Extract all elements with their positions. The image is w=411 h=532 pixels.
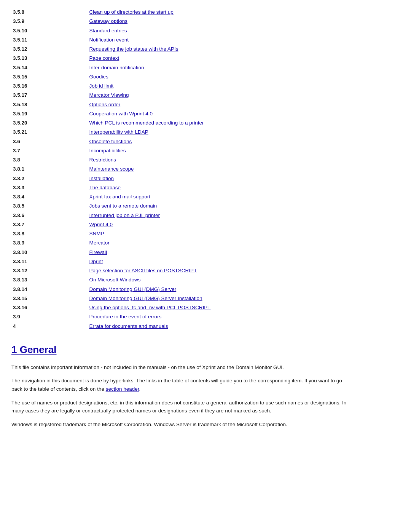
toc-link[interactable]: Dprint	[89, 259, 103, 264]
toc-row: 3.5.13Page context	[11, 54, 400, 63]
toc-number: 3.9	[11, 312, 88, 321]
toc-link[interactable]: Clean up of directories at the start up	[89, 9, 173, 15]
toc-link[interactable]: Job id limit	[89, 83, 113, 89]
toc-link[interactable]: On Microsoft Windows	[89, 277, 140, 283]
toc-number: 3.8.2	[11, 174, 88, 183]
toc-row: 4Errata for documents and manuals	[11, 322, 400, 331]
toc-label: Inter-domain notification	[88, 63, 400, 72]
toc-label: Firewall	[88, 248, 400, 257]
toc-link[interactable]: Domain Monitoring GUI (DMG) Server	[89, 286, 176, 292]
toc-link[interactable]: Xprint fax and mail support	[89, 194, 150, 200]
toc-number: 3.8.13	[11, 275, 88, 284]
toc-number: 3.5.21	[11, 128, 88, 137]
toc-link[interactable]: The database	[89, 185, 121, 190]
toc-row: 3.8.14Domain Monitoring GUI (DMG) Server	[11, 285, 400, 294]
toc-number: 4	[11, 322, 88, 331]
toc-number: 3.5.10	[11, 26, 88, 35]
toc-row: 3.8.8SNMP	[11, 229, 400, 238]
toc-container: 3.5.8Clean up of directories at the star…	[11, 8, 400, 331]
toc-number: 3.5.20	[11, 118, 88, 128]
toc-row: 3.5.15Goodies	[11, 72, 400, 81]
toc-number: 3.8.4	[11, 192, 88, 201]
toc-number: 3.8.5	[11, 201, 88, 211]
toc-link[interactable]: Mercator	[89, 240, 109, 246]
toc-label: Job id limit	[88, 81, 400, 91]
toc-link[interactable]: Obsolete functions	[89, 139, 132, 144]
toc-row: 3.5.14Inter-domain notification	[11, 63, 400, 72]
toc-table: 3.5.8Clean up of directories at the star…	[11, 8, 400, 331]
toc-link[interactable]: Goodies	[89, 74, 108, 80]
general-section-header: 1 General	[11, 342, 400, 357]
toc-number: 3.8.3	[11, 183, 88, 192]
toc-number: 3.5.11	[11, 35, 88, 45]
toc-label: Xprint fax and mail support	[88, 192, 400, 201]
toc-link[interactable]: Options order	[89, 102, 120, 107]
toc-label: Page selection for ASCII files on POSTSC…	[88, 266, 400, 275]
toc-label: Domain Monitoring GUI (DMG) Server	[88, 285, 400, 294]
toc-number: 3.8.8	[11, 229, 88, 238]
toc-row: 3.5.12Requesting the job states with the…	[11, 45, 400, 54]
toc-link[interactable]: Standard entries	[89, 28, 127, 34]
toc-row: 3.5.10Standard entries	[11, 26, 400, 35]
toc-row: 3.8.5Jobs sent to a remote domain	[11, 201, 400, 211]
toc-label: Notification event	[88, 35, 400, 45]
toc-label: Obsolete functions	[88, 137, 400, 146]
toc-link[interactable]: Page selection for ASCII files on POSTSC…	[89, 268, 197, 273]
toc-label: Which PCL is recommended according to a …	[88, 118, 400, 128]
toc-number: 3.8.10	[11, 248, 88, 257]
toc-link[interactable]: Incompatibilities	[89, 148, 126, 153]
toc-link[interactable]: Maintenance scope	[89, 166, 134, 172]
toc-link[interactable]: Domain Monitoring GUI (DMG) Server Insta…	[89, 296, 202, 301]
toc-row: 3.5.21Interoperability with LDAP	[11, 128, 400, 137]
toc-label: On Microsoft Windows	[88, 275, 400, 284]
toc-label: Standard entries	[88, 26, 400, 35]
toc-number: 3.8.14	[11, 285, 88, 294]
toc-link[interactable]: Interoperability with LDAP	[89, 129, 148, 135]
toc-link[interactable]: Notification event	[89, 37, 129, 43]
toc-link[interactable]: Gateway options	[89, 18, 127, 24]
toc-link[interactable]: Requesting the job states with the APIs	[89, 46, 178, 52]
general-para-3: The use of names or product designations…	[11, 399, 354, 415]
toc-label: Requesting the job states with the APIs	[88, 45, 400, 54]
toc-row: 3.8.11Dprint	[11, 257, 400, 266]
toc-row: 3.5.8Clean up of directories at the star…	[11, 8, 400, 17]
toc-label: SNMP	[88, 229, 400, 238]
toc-label: Installation	[88, 174, 400, 183]
toc-row: 3.5.9Gateway options	[11, 17, 400, 26]
toc-link[interactable]: Using the options -fc and -rw with PCL P…	[89, 305, 210, 310]
toc-number: 3.7	[11, 146, 88, 155]
toc-row: 3.9Procedure in the event of errors	[11, 312, 400, 321]
toc-link[interactable]: Firewall	[89, 249, 107, 255]
toc-label: The database	[88, 183, 400, 192]
general-section-link[interactable]: 1 General	[11, 344, 57, 355]
toc-label: Dprint	[88, 257, 400, 266]
toc-label: Interrupted job on a PJL printer	[88, 211, 400, 220]
toc-link[interactable]: Installation	[89, 176, 114, 181]
toc-link[interactable]: SNMP	[89, 231, 104, 236]
toc-link[interactable]: Mercator Viewing	[89, 92, 129, 98]
toc-link[interactable]: Procedure in the event of errors	[89, 314, 161, 320]
toc-link[interactable]: Restrictions	[89, 157, 116, 163]
toc-label: Wprint 4.0	[88, 220, 400, 229]
toc-label: Clean up of directories at the start up	[88, 8, 400, 17]
toc-label: Using the options -fc and -rw with PCL P…	[88, 303, 400, 312]
toc-link[interactable]: Inter-domain notification	[89, 65, 144, 70]
toc-row: 3.8.4Xprint fax and mail support	[11, 192, 400, 201]
toc-row: 3.5.11Notification event	[11, 35, 400, 45]
toc-number: 3.8.6	[11, 211, 88, 220]
toc-row: 3.8.7Wprint 4.0	[11, 220, 400, 229]
section-header-link[interactable]: section header	[106, 386, 139, 392]
toc-link[interactable]: Which PCL is recommended according to a …	[89, 120, 204, 126]
toc-link[interactable]: Page context	[89, 55, 119, 61]
toc-number: 3.8.16	[11, 303, 88, 312]
toc-link[interactable]: Jobs sent to a remote domain	[89, 203, 157, 209]
toc-link[interactable]: Errata for documents and manuals	[89, 323, 168, 329]
toc-label: Maintenance scope	[88, 165, 400, 174]
toc-link[interactable]: Interrupted job on a PJL printer	[89, 212, 160, 218]
toc-number: 3.8.12	[11, 266, 88, 275]
toc-link[interactable]: Wprint 4.0	[89, 222, 113, 227]
toc-number: 3.5.19	[11, 109, 88, 118]
toc-link[interactable]: Cooperation with Wprint 4.0	[89, 111, 153, 117]
toc-number: 3.8	[11, 155, 88, 165]
toc-label: Jobs sent to a remote domain	[88, 201, 400, 211]
